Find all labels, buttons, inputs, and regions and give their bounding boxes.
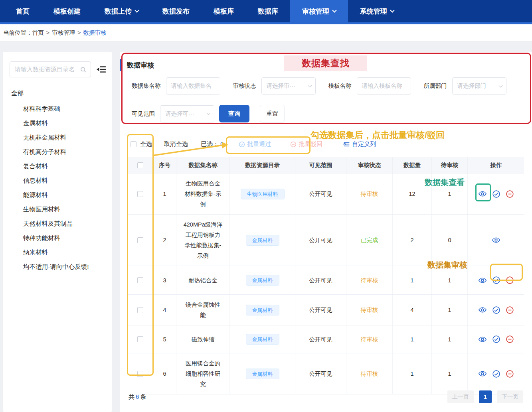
nav-item-home[interactable]: 首页: [4, 0, 42, 22]
dataset-name: 镁合金腐蚀性能: [183, 300, 223, 320]
approve-button[interactable]: [492, 306, 500, 314]
catalog-search-input[interactable]: 请输入数据资源目录名: [10, 61, 91, 77]
visibility-label: 可见范围: [132, 110, 155, 118]
nav-item-database[interactable]: 数据库: [246, 0, 290, 22]
tree-item[interactable]: 均不适用-请向中心反馈!: [10, 260, 106, 274]
status-badge: 待审核: [346, 266, 393, 294]
tree-item[interactable]: 特种功能材料: [10, 231, 106, 245]
row-index: 5: [153, 325, 176, 353]
tree-item[interactable]: 金属材料: [10, 116, 106, 130]
row-checkbox[interactable]: [137, 191, 143, 197]
nav-label: 审核管理: [302, 7, 329, 16]
nav-label: 首页: [16, 7, 30, 16]
prev-page-button[interactable]: 上一页: [447, 390, 474, 403]
nav-item-template-library[interactable]: 模板库: [202, 0, 246, 22]
approve-button[interactable]: [492, 190, 500, 198]
department-select[interactable]: 请选择部门: [452, 77, 506, 95]
view-button[interactable]: [478, 189, 487, 198]
view-button[interactable]: [478, 335, 487, 344]
nav-item-audit-management[interactable]: 审核管理: [290, 0, 348, 22]
visibility-select[interactable]: 请选择可···: [160, 105, 214, 122]
eye-icon: [478, 306, 487, 314]
tree-item[interactable]: 能源材料: [10, 188, 106, 202]
circle-check-icon: [492, 190, 500, 198]
search-button[interactable]: 查询: [219, 105, 249, 122]
tree-item[interactable]: 生物医用材料: [10, 202, 106, 217]
nav-item-template-create[interactable]: 模板创建: [42, 0, 93, 22]
tree-item[interactable]: 有机高分子材料: [10, 145, 106, 159]
view-button[interactable]: [478, 369, 487, 378]
tree-item[interactable]: 纳米材料: [10, 245, 106, 260]
pending-count: 1: [432, 353, 468, 394]
circle-check-icon: [492, 335, 500, 343]
header-checkbox[interactable]: [137, 162, 143, 168]
top-navbar: 首页 模板创建 数据上传 数据发布 模板库 数据库 审核管理 系统管理: [0, 0, 532, 22]
table-row: 5 磁致伸缩 金属材料 公开可见 待审核 1 1: [128, 325, 524, 353]
nav-item-data-publish[interactable]: 数据发布: [150, 0, 202, 22]
breadcrumb-separator: >: [46, 30, 49, 36]
breadcrumb-item-audit[interactable]: 审核管理: [52, 29, 75, 37]
template-name-label: 模板名称: [328, 82, 352, 90]
select-placeholder: 请选择审···: [267, 82, 296, 90]
scope-value: 公开可见: [295, 173, 346, 214]
chevron-down-icon: [332, 8, 336, 12]
nav-item-system-management[interactable]: 系统管理: [348, 0, 406, 22]
nav-item-data-upload[interactable]: 数据上传: [93, 0, 150, 22]
data-audit-panel: 数据审核 数据集名称 请输入数据集名 审核状态 请选择审··· 模板名称 请输入…: [120, 52, 532, 412]
eye-icon: [478, 335, 487, 344]
view-button[interactable]: [492, 236, 500, 244]
reset-button[interactable]: 重置: [260, 105, 285, 122]
row-checkbox[interactable]: [137, 336, 143, 342]
view-button[interactable]: [478, 276, 487, 285]
tree-item-all[interactable]: 全部: [10, 88, 106, 102]
page-1-button[interactable]: 1: [479, 390, 492, 403]
template-name-input[interactable]: 请输入模板名称: [357, 77, 411, 95]
page-title: 数据审核: [127, 61, 154, 70]
dataset-table: 序号 数据集名称 数据资源目录 可见范围 审核状态 数据量 待审核 操作 1 生…: [128, 157, 524, 394]
row-checkbox[interactable]: [137, 371, 143, 377]
tree-item[interactable]: 复合材料: [10, 159, 106, 173]
breadcrumb-item-home[interactable]: 首页: [32, 29, 44, 37]
tree-item[interactable]: 天然材料及其制品: [10, 217, 106, 231]
scope-value: 公开可见: [295, 266, 346, 294]
nav-label: 数据上传: [105, 7, 132, 16]
custom-columns-button[interactable]: 自定义列: [343, 140, 376, 148]
batch-approve-button[interactable]: 批量通过: [239, 140, 271, 148]
tree-item[interactable]: 无机非金属材料: [10, 130, 106, 145]
dataset-name-input[interactable]: 请输入数据集名: [166, 77, 220, 95]
reject-button[interactable]: [506, 276, 514, 284]
select-all-checkbox[interactable]: [131, 141, 136, 147]
data-count: 12: [393, 173, 432, 214]
audit-status-select[interactable]: 请选择审···: [261, 77, 316, 95]
row-checkbox[interactable]: [137, 237, 143, 243]
batch-reject-button[interactable]: 批量驳回: [290, 140, 322, 148]
approve-button[interactable]: [492, 276, 500, 284]
row-checkbox[interactable]: [137, 307, 143, 313]
reject-button[interactable]: [506, 306, 514, 314]
header-status: 审核状态: [346, 157, 393, 173]
tree-item[interactable]: 信息材料: [10, 173, 106, 188]
collapse-sidebar-icon[interactable]: [97, 65, 106, 73]
eye-icon: [478, 369, 487, 378]
tree-item[interactable]: 材料科学基础: [10, 102, 106, 116]
search-icon: [80, 66, 87, 73]
next-page-button[interactable]: 下一页: [497, 390, 523, 403]
breadcrumb: 当前位置： 首页 > 审核管理 > 数据审核: [0, 24, 532, 41]
total-count: 共6条: [129, 393, 146, 401]
reject-button[interactable]: [506, 190, 514, 198]
view-button[interactable]: [478, 306, 487, 314]
row-checkbox[interactable]: [137, 277, 143, 283]
dataset-name: 耐热铝合金: [183, 275, 223, 286]
search-placeholder: 请输入数据资源目录名: [15, 66, 75, 73]
cancel-select-button[interactable]: 取消全选: [164, 140, 188, 148]
reject-button[interactable]: [506, 335, 514, 343]
chevron-down-icon: [207, 111, 211, 115]
reject-button[interactable]: [506, 370, 514, 378]
nav-label: 系统管理: [360, 7, 387, 16]
nav-label: 模板创建: [53, 7, 81, 16]
dataset-name: 生物医用合金材料数据集-示例: [183, 178, 223, 209]
approve-button[interactable]: [492, 370, 500, 378]
approve-button[interactable]: [492, 335, 500, 343]
pending-count: 1: [432, 325, 468, 353]
selected-count: 已选：0: [201, 140, 223, 148]
